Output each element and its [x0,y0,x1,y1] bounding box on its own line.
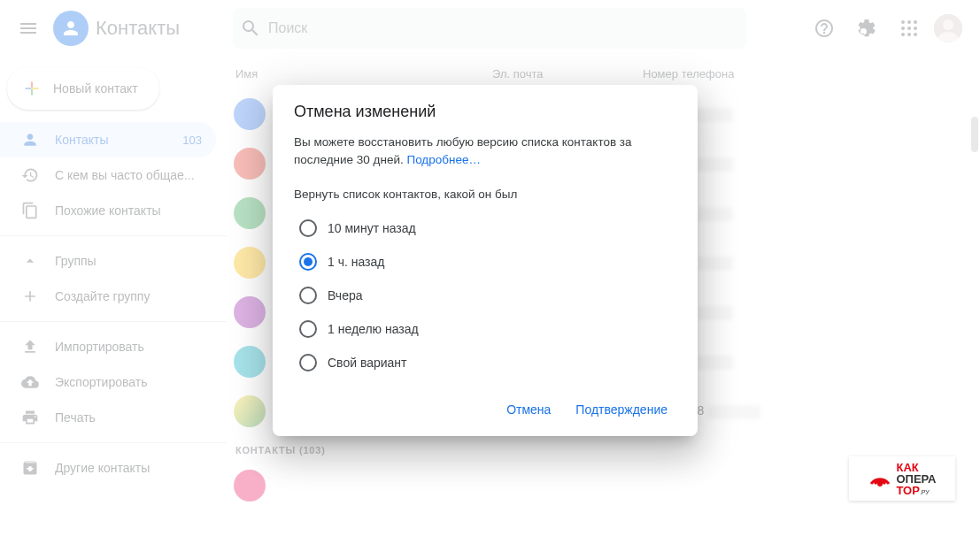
radio-icon [299,253,317,271]
radio-label: Свой вариант [328,356,407,370]
radio-icon [299,354,317,371]
radio-label: 10 минут назад [328,221,416,235]
radio-option[interactable]: Свой вариант [294,346,676,379]
cancel-button[interactable]: Отмена [498,395,559,424]
radio-option[interactable]: 1 неделю назад [294,312,676,346]
svg-point-12 [877,481,883,486]
watermark: КАК ОПЕРА ТОР.РУ [849,456,955,501]
radio-icon [299,320,317,338]
confirm-button[interactable]: Подтверждение [567,395,676,424]
dialog-subhead: Вернуть список контактов, какой он был [294,188,676,201]
radio-icon [299,287,317,304]
watermark-text: КАК ОПЕРА ТОР.РУ [896,462,936,496]
radio-option[interactable]: 10 минут назад [294,211,676,245]
radio-label: 1 ч. назад [328,255,384,269]
radio-icon [299,219,317,237]
radio-label: Вчера [328,288,363,302]
learn-more-link[interactable]: Подробнее… [406,153,481,166]
radio-option[interactable]: Вчера [294,279,676,312]
dialog-description: Вы можете восстановить любую версию спис… [294,134,676,170]
undo-changes-dialog: Отмена изменений Вы можете восстановить … [273,85,698,436]
radio-option[interactable]: 1 ч. назад [294,245,676,279]
radio-label: 1 неделю назад [328,322,419,336]
watermark-icon [868,466,892,491]
dialog-actions: Отмена Подтверждение [294,395,676,427]
dialog-title: Отмена изменений [294,103,676,121]
